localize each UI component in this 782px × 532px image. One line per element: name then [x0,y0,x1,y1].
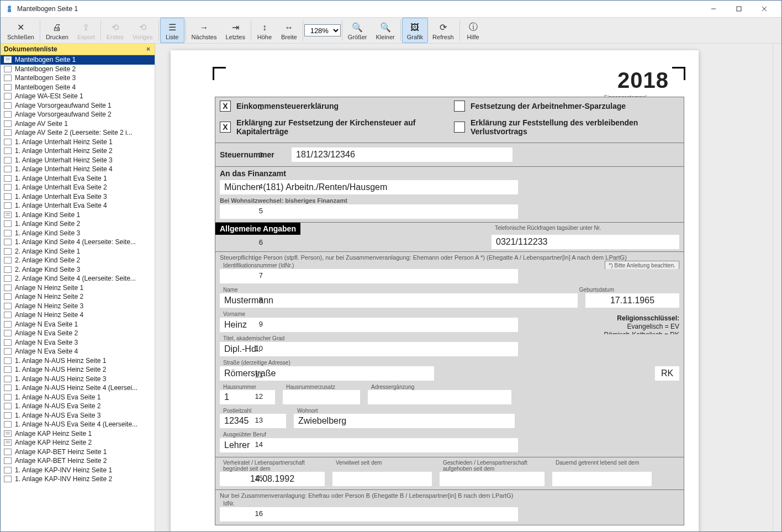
export-icon: ⇪ [82,22,89,33]
document-list-item-label: Anlage WA-ESt Seite 1 [15,92,83,100]
page-icon [4,266,12,273]
line-num: 12 [250,392,263,401]
next-button[interactable]: →Nächstes [187,18,221,43]
first-button[interactable]: ⟲Erstes [102,18,128,43]
document-list-item[interactable]: 1. Anlage Unterhalt Heinz Seite 2 [1,146,155,156]
hausnummerzusatz-label: Hausnummerzusatz [283,383,360,390]
document-list-item[interactable]: Anlage Vorsorgeaufwand Seite 1 [1,101,155,110]
value-name: Mustermann [220,293,578,308]
document-list-item[interactable]: 1. Anlage Kind Seite 1 [1,210,155,220]
refresh-button[interactable]: ⟳Refresh [428,18,458,43]
document-list-item[interactable]: 1. Anlage KAP-INV Heinz Seite 1 [1,466,155,475]
page-icon [4,321,12,328]
document-list-item[interactable]: Anlage AV Seite 2 (Leerseite: Seite 2 i.… [1,128,155,138]
document-list-item[interactable]: 1. Anlage Unterhalt Heinz Seite 3 [1,156,155,165]
document-list-item[interactable]: 1. Anlage N-AUS Eva Seite 4 (Leerseite..… [1,420,155,429]
document-list-item[interactable]: Anlage N Eva Seite 4 [1,347,155,356]
label-sparzulage: Festsetzung der Arbeitnehmer-Sparzulage [471,102,626,110]
document-list-item[interactable]: Anlage N Eva Seite 1 [1,320,155,329]
document-list-item-label: Anlage AV Seite 2 (Leerseite: Seite 2 i.… [15,129,133,136]
document-list[interactable]: Mantelbogen Seite 1Mantelbogen Seite 2Ma… [1,55,155,531]
document-list-item[interactable]: 1. Anlage Kind Seite 4 (Leerseite: Seite… [1,238,155,247]
close-window-button[interactable] [752,1,777,17]
document-list-item[interactable]: Anlage KAP Heinz Seite 2 [1,438,155,447]
document-list-item[interactable]: 2. Anlage Kind Seite 2 [1,256,155,265]
document-list-item[interactable]: 2. Anlage Kind Seite 4 (Leerseite: Seite… [1,274,155,283]
close-button[interactable]: ✕Schließen [3,18,39,43]
document-list-item[interactable]: Anlage N Heinz Seite 2 [1,292,155,302]
document-list-item[interactable]: 1. Anlage Unterhalt Eva Seite 3 [1,192,155,202]
document-list-item[interactable]: 1. Anlage Unterhalt Eva Seite 2 [1,183,155,192]
document-list-item[interactable]: Mantelbogen Seite 1 [1,55,155,65]
checkbox-sparzulage [454,101,465,112]
document-list-item[interactable]: 2. Anlage Kind Seite 1 [1,247,155,256]
page-1: 2018 Eingangsstempel 1 X Einkommensteuer… [171,50,699,531]
page-icon [4,184,12,191]
document-list-item[interactable]: 1. Anlage N-AUS Heinz Seite 1 [1,356,155,366]
vertical-scrollbar[interactable] [773,44,781,531]
prev-button[interactable]: ⟲Voriges [128,18,157,43]
svg-rect-1 [8,9,11,12]
document-list-item[interactable]: Mantelbogen Seite 4 [1,83,155,92]
zoom-out-icon: 🔍 [380,22,391,33]
graphic-button[interactable]: 🖼Grafik [402,18,428,43]
document-list-item[interactable]: 1. Anlage N-AUS Eva Seite 1 [1,393,155,402]
document-list-item[interactable]: 1. Anlage N-AUS Heinz Seite 4 (Leersei..… [1,383,155,393]
height-button[interactable]: ↕Höhe [252,18,277,43]
hausnummer-label: Hausnummer [220,383,275,390]
maximize-button[interactable] [726,1,752,17]
document-list-item[interactable]: 1. Anlage N-AUS Eva Seite 3 [1,411,155,420]
document-list-item[interactable]: 1. Anlage KAP-INV Heinz Seite 2 [1,475,155,484]
document-list-item[interactable]: Anlage WA-ESt Seite 1 [1,92,155,101]
value-geschieden [440,472,545,486]
toolbar: ✕Schließen 🖨Drucken ⇪Export ⟲Erstes ⟲Vor… [1,17,781,44]
document-list-item[interactable]: Anlage KAP Heinz Seite 1 [1,429,155,439]
document-list-item[interactable]: 1. Anlage Unterhalt Heinz Seite 4 [1,165,155,174]
zoom-in-button[interactable]: 🔍Größer [344,18,372,43]
document-list-item[interactable]: 1. Anlage N-AUS Heinz Seite 2 [1,365,155,375]
document-list-item[interactable]: Mantelbogen Seite 2 [1,65,155,74]
print-button[interactable]: 🖨Drucken [41,18,73,43]
zoom-out-button[interactable]: 🔍Kleiner [372,18,399,43]
document-list-item[interactable]: Anlage KAP-BET Heinz Seite 2 [1,456,155,466]
document-list-item[interactable]: Mantelbogen Seite 3 [1,73,155,83]
document-list-item[interactable]: Anlage N Heinz Seite 3 [1,302,155,311]
document-list-item[interactable]: 1. Anlage Unterhalt Eva Seite 1 [1,174,155,183]
document-list-item[interactable]: 1. Anlage Kind Seite 2 [1,219,155,229]
document-list-item[interactable]: Anlage KAP-BET Heinz Seite 1 [1,447,155,457]
width-button[interactable]: ↔Breite [277,18,302,43]
minimize-button[interactable] [701,1,726,17]
page-icon [4,348,12,355]
sidebar-close-button[interactable]: × [145,45,151,53]
value-adresserg [368,390,511,404]
page-icon [4,111,12,118]
document-list-item[interactable]: 1. Anlage Unterhalt Heinz Seite 1 [1,138,155,147]
document-list-item[interactable]: 1. Anlage N-AUS Heinz Seite 3 [1,375,155,384]
zoom-select[interactable]: 128% [304,24,341,36]
value-hausnummerzusatz [283,390,360,404]
zoom-in-icon: 🔍 [352,22,363,33]
last-button[interactable]: ⇥Letztes [221,18,249,43]
line-num: 7 [250,271,263,280]
document-list-item[interactable]: 1. Anlage N-AUS Eva Seite 2 [1,402,155,411]
document-list-item-label: Anlage N Heinz Seite 2 [15,293,83,301]
document-list-item[interactable]: Anlage N Eva Seite 2 [1,329,155,338]
document-list-item[interactable]: 2. Anlage Kind Seite 3 [1,265,155,275]
page-icon [4,403,12,409]
document-list-item-label: 1. Anlage KAP-INV Heinz Seite 1 [15,466,112,474]
document-list-item[interactable]: Anlage N Heinz Seite 1 [1,283,155,293]
canvas[interactable]: 2018 Eingangsstempel 1 X Einkommensteuer… [155,44,773,531]
section-header: Allgemeine Angaben [215,223,300,235]
zoom-select-wrap: 128% [304,18,341,43]
help-button[interactable]: ⓘHilfe [461,18,485,43]
document-list-item[interactable]: Anlage N Heinz Seite 4 [1,310,155,320]
app-icon [5,4,14,13]
document-list-item[interactable]: 1. Anlage Unterhalt Eva Seite 4 [1,201,155,210]
export-button[interactable]: ⇪Export [73,18,99,43]
list-button[interactable]: ☰Liste [160,18,184,43]
document-list-item[interactable]: Anlage N Eva Seite 3 [1,338,155,347]
document-list-item[interactable]: 1. Anlage Kind Seite 3 [1,229,155,238]
document-list-item[interactable]: Anlage Vorsorgeaufwand Seite 2 [1,110,155,119]
idnr-label: Identifikationsnummer (IdNr.) [220,261,297,268]
document-list-item[interactable]: Anlage AV Seite 1 [1,119,155,129]
